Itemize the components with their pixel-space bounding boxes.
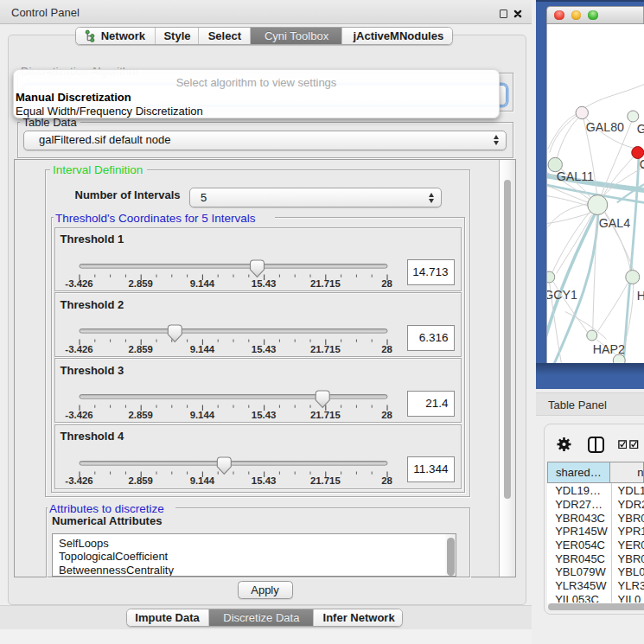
svg-text:H: H [637,288,644,302]
svg-text:GAL4: GAL4 [599,215,630,229]
svg-text:HAP2: HAP2 [593,341,625,355]
svg-text:C: C [640,156,644,170]
svg-text:GCY1: GCY1 [547,287,577,301]
svg-text:GAL80: GAL80 [586,119,624,133]
svg-text:GAL11: GAL11 [557,169,594,183]
svg-text:G: G [637,122,644,136]
